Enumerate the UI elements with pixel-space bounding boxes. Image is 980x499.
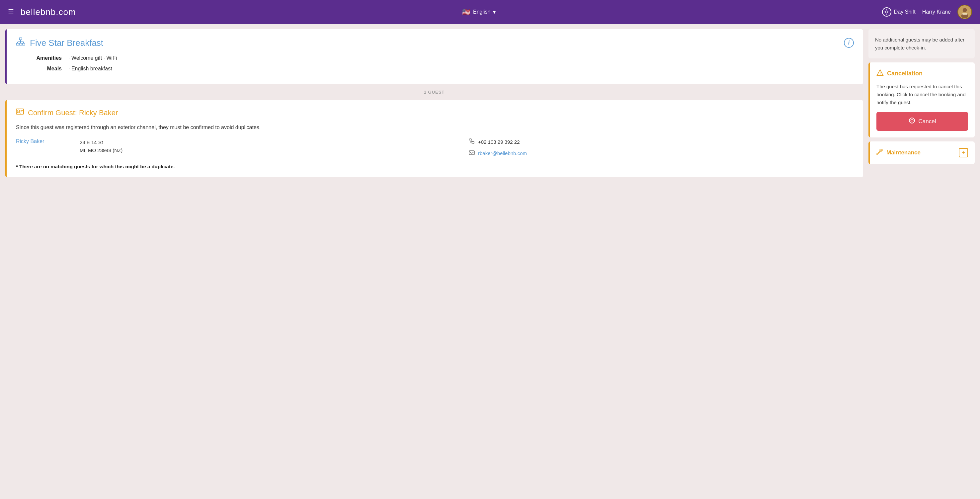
maintenance-title: Maintenance	[886, 149, 921, 156]
flag-icon: 🇺🇸	[462, 8, 471, 16]
maintenance-card: Maintenance +	[869, 141, 975, 164]
email-item: rbaker@bellebnb.com	[469, 150, 854, 157]
cancel-button-icon	[908, 117, 915, 126]
sidebar-info-card: No additional guests may be added after …	[869, 29, 975, 59]
shift-icon	[882, 7, 891, 17]
user-name: Harry Krane	[922, 9, 951, 15]
divider-line-right	[449, 92, 863, 92]
site-logo: bellebnb.com	[21, 7, 76, 17]
room-card: Five Star Breakfast i Amenities · Welcom…	[5, 29, 863, 84]
cancel-title-row: Cancellation	[877, 69, 968, 78]
warning-icon	[877, 69, 884, 78]
language-label: English	[473, 9, 490, 15]
divider-line-left	[5, 92, 420, 92]
svg-rect-9	[19, 38, 22, 40]
svg-point-19	[18, 110, 19, 112]
guest-divider: 1 GUEST	[5, 84, 863, 100]
guest-icon	[16, 108, 24, 118]
svg-point-0	[885, 11, 888, 13]
language-selector[interactable]: 🇺🇸 English ▾	[462, 8, 496, 16]
svg-rect-22	[469, 151, 474, 155]
content-area: Five Star Breakfast i Amenities · Welcom…	[5, 29, 863, 494]
room-details: Amenities · Welcome gift · WiFi Meals · …	[16, 55, 854, 72]
svg-rect-18	[16, 109, 24, 114]
header: ☰ bellebnb.com 🇺🇸 English ▾ Day Shift Ha…	[0, 0, 980, 24]
maintenance-add-button[interactable]: +	[959, 148, 968, 157]
svg-point-26	[911, 121, 912, 122]
guest-title-row: Confirm Guest: Ricky Baker	[16, 108, 854, 118]
guest-description: Since this guest was registered through …	[16, 123, 854, 132]
svg-point-24	[880, 75, 880, 75]
guest-name-link[interactable]: Ricky Baker	[16, 138, 76, 145]
amenities-row: Amenities · Welcome gift · WiFi	[29, 55, 854, 61]
info-icon[interactable]: i	[844, 38, 854, 48]
meals-row: Meals · English breakfast	[29, 66, 854, 72]
header-right: Day Shift Harry Krane	[882, 5, 972, 19]
svg-rect-8	[963, 13, 967, 15]
maintenance-left: Maintenance	[877, 149, 921, 157]
sidebar: No additional guests may be added after …	[869, 29, 975, 494]
email-value: rbaker@bellebnb.com	[478, 150, 527, 156]
svg-point-25	[909, 118, 915, 123]
meals-label: Meals	[29, 66, 62, 72]
shift-selector[interactable]: Day Shift	[882, 7, 916, 17]
main-layout: Five Star Breakfast i Amenities · Welcom…	[0, 24, 980, 499]
phone-value: +02 103 29 392 22	[478, 139, 520, 145]
cancellation-card: Cancellation The guest has requested to …	[869, 62, 975, 137]
svg-rect-12	[22, 43, 25, 45]
amenities-value: · Welcome gift · WiFi	[68, 55, 117, 61]
no-duplicates-text: * There are no matching guests for which…	[16, 164, 854, 169]
maintenance-icon	[877, 149, 883, 157]
phone-item: +02 103 29 392 22	[469, 138, 854, 146]
room-title-left: Five Star Breakfast	[16, 37, 103, 48]
hierarchy-icon	[16, 37, 25, 48]
guest-card: Confirm Guest: Ricky Baker Since this gu…	[5, 100, 863, 177]
cancel-button-label: Cancel	[919, 118, 936, 125]
guest-info-grid: Ricky Baker 23 E 14 St MI, MO 23948 (NZ)…	[16, 138, 854, 157]
amenities-label: Amenities	[29, 55, 62, 61]
cancellation-title: Cancellation	[887, 70, 923, 77]
svg-rect-10	[16, 43, 19, 45]
cancellation-description: The guest has requested to cancel this b…	[877, 83, 968, 106]
guest-address: 23 E 14 St MI, MO 23948 (NZ)	[80, 138, 465, 154]
confirm-guest-title: Confirm Guest: Ricky Baker	[28, 108, 118, 117]
email-icon	[469, 150, 475, 157]
guest-count-label: 1 GUEST	[424, 90, 445, 95]
shift-label: Day Shift	[894, 9, 916, 15]
sidebar-info-text: No additional guests may be added after …	[875, 37, 964, 51]
cancel-button[interactable]: Cancel	[877, 112, 968, 131]
meals-value: · English breakfast	[68, 66, 112, 72]
room-title: Five Star Breakfast	[30, 38, 103, 48]
chevron-down-icon: ▾	[493, 9, 496, 15]
svg-point-6	[963, 8, 967, 12]
menu-icon[interactable]: ☰	[8, 8, 14, 16]
avatar[interactable]	[958, 5, 972, 19]
room-title-row: Five Star Breakfast i	[16, 37, 854, 48]
guest-contact: +02 103 29 392 22 rbaker@bellebnb.com	[469, 138, 854, 157]
svg-rect-11	[19, 43, 22, 45]
phone-icon	[469, 138, 475, 146]
